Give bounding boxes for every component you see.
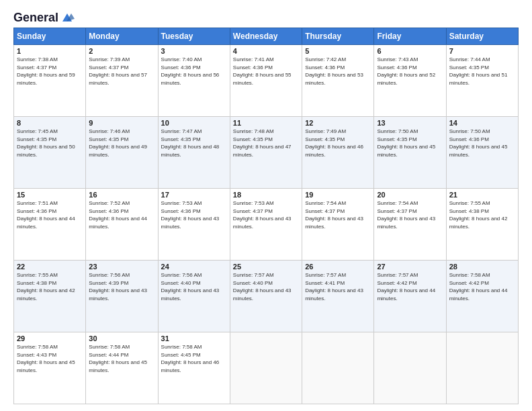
day-number: 31 [161, 334, 227, 342]
calendar-empty [374, 332, 446, 404]
calendar-day-9: 9Sunrise: 7:46 AMSunset: 4:35 PMDaylight… [86, 117, 158, 189]
calendar-day-20: 20Sunrise: 7:54 AMSunset: 4:37 PMDayligh… [374, 189, 446, 261]
day-number: 16 [89, 191, 154, 199]
logo: General [13, 11, 75, 22]
col-header-tuesday: Tuesday [158, 28, 230, 45]
day-number: 7 [449, 47, 515, 55]
calendar-week-4: 22Sunrise: 7:55 AMSunset: 4:38 PMDayligh… [14, 261, 519, 332]
day-number: 21 [449, 191, 515, 199]
day-info: Sunrise: 7:42 AMSunset: 4:36 PMDaylight:… [305, 56, 371, 87]
calendar-day-17: 17Sunrise: 7:53 AMSunset: 4:36 PMDayligh… [158, 189, 230, 261]
calendar-day-19: 19Sunrise: 7:54 AMSunset: 4:37 PMDayligh… [302, 189, 374, 261]
calendar-day-22: 22Sunrise: 7:55 AMSunset: 4:38 PMDayligh… [14, 261, 86, 332]
calendar-week-3: 15Sunrise: 7:51 AMSunset: 4:36 PMDayligh… [14, 189, 519, 261]
calendar-day-6: 6Sunrise: 7:43 AMSunset: 4:36 PMDaylight… [374, 45, 446, 117]
page: General SundayMondayTuesdayWednesdayThur… [0, 0, 532, 411]
day-info: Sunrise: 7:47 AMSunset: 4:35 PMDaylight:… [161, 128, 227, 158]
day-info: Sunrise: 7:50 AMSunset: 4:36 PMDaylight:… [449, 128, 515, 158]
calendar-day-12: 12Sunrise: 7:49 AMSunset: 4:35 PMDayligh… [302, 117, 374, 189]
day-number: 9 [89, 119, 154, 127]
day-number: 20 [377, 191, 443, 199]
day-info: Sunrise: 7:52 AMSunset: 4:36 PMDaylight:… [89, 199, 154, 230]
calendar-empty [302, 332, 374, 404]
calendar-day-28: 28Sunrise: 7:58 AMSunset: 4:42 PMDayligh… [446, 261, 518, 332]
day-info: Sunrise: 7:54 AMSunset: 4:37 PMDaylight:… [305, 199, 371, 230]
day-info: Sunrise: 7:43 AMSunset: 4:36 PMDaylight:… [377, 56, 443, 87]
logo-general: General [13, 11, 58, 25]
day-number: 10 [161, 119, 227, 127]
calendar-empty [230, 332, 302, 404]
day-number: 6 [377, 47, 443, 55]
day-number: 1 [17, 47, 83, 55]
day-number: 24 [161, 263, 227, 271]
col-header-monday: Monday [86, 28, 158, 45]
day-info: Sunrise: 7:41 AMSunset: 4:36 PMDaylight:… [233, 56, 299, 87]
col-header-friday: Friday [374, 28, 446, 45]
day-info: Sunrise: 7:56 AMSunset: 4:39 PMDaylight:… [89, 271, 154, 302]
calendar-empty [446, 332, 518, 404]
header: General [13, 11, 519, 22]
day-info: Sunrise: 7:51 AMSunset: 4:36 PMDaylight:… [17, 199, 83, 230]
day-info: Sunrise: 7:57 AMSunset: 4:42 PMDaylight:… [377, 271, 443, 302]
col-header-thursday: Thursday [302, 28, 374, 45]
day-number: 19 [305, 191, 371, 199]
calendar-day-25: 25Sunrise: 7:57 AMSunset: 4:40 PMDayligh… [230, 261, 302, 332]
day-info: Sunrise: 7:58 AMSunset: 4:43 PMDaylight:… [17, 343, 83, 374]
calendar-day-10: 10Sunrise: 7:47 AMSunset: 4:35 PMDayligh… [158, 117, 230, 189]
day-number: 12 [305, 119, 371, 127]
calendar-day-31: 31Sunrise: 7:58 AMSunset: 4:45 PMDayligh… [158, 332, 230, 404]
day-number: 26 [305, 263, 371, 271]
day-info: Sunrise: 7:46 AMSunset: 4:35 PMDaylight:… [89, 128, 154, 158]
col-header-sunday: Sunday [14, 28, 86, 45]
day-number: 29 [17, 334, 83, 342]
day-info: Sunrise: 7:40 AMSunset: 4:36 PMDaylight:… [161, 56, 227, 87]
day-info: Sunrise: 7:38 AMSunset: 4:37 PMDaylight:… [17, 56, 83, 87]
day-number: 13 [377, 119, 443, 127]
day-info: Sunrise: 7:55 AMSunset: 4:38 PMDaylight:… [17, 271, 83, 302]
day-info: Sunrise: 7:56 AMSunset: 4:40 PMDaylight:… [161, 271, 227, 302]
day-number: 18 [233, 191, 299, 199]
calendar-week-1: 1Sunrise: 7:38 AMSunset: 4:37 PMDaylight… [14, 45, 519, 117]
day-number: 4 [233, 47, 299, 55]
day-number: 23 [89, 263, 154, 271]
calendar-day-26: 26Sunrise: 7:57 AMSunset: 4:41 PMDayligh… [302, 261, 374, 332]
day-info: Sunrise: 7:49 AMSunset: 4:35 PMDaylight:… [305, 128, 371, 158]
calendar-day-2: 2Sunrise: 7:39 AMSunset: 4:37 PMDaylight… [86, 45, 158, 117]
calendar-week-2: 8Sunrise: 7:45 AMSunset: 4:35 PMDaylight… [14, 117, 519, 189]
calendar-header-row: SundayMondayTuesdayWednesdayThursdayFrid… [14, 28, 519, 45]
day-info: Sunrise: 7:58 AMSunset: 4:44 PMDaylight:… [89, 343, 154, 374]
calendar-day-8: 8Sunrise: 7:45 AMSunset: 4:35 PMDaylight… [14, 117, 86, 189]
day-info: Sunrise: 7:53 AMSunset: 4:36 PMDaylight:… [161, 199, 227, 230]
logo-icon [60, 12, 75, 24]
calendar-day-21: 21Sunrise: 7:55 AMSunset: 4:38 PMDayligh… [446, 189, 518, 261]
day-number: 11 [233, 119, 299, 127]
col-header-saturday: Saturday [446, 28, 518, 45]
day-info: Sunrise: 7:55 AMSunset: 4:38 PMDaylight:… [449, 199, 515, 230]
col-header-wednesday: Wednesday [230, 28, 302, 45]
calendar-day-11: 11Sunrise: 7:48 AMSunset: 4:35 PMDayligh… [230, 117, 302, 189]
calendar-day-5: 5Sunrise: 7:42 AMSunset: 4:36 PMDaylight… [302, 45, 374, 117]
day-info: Sunrise: 7:58 AMSunset: 4:42 PMDaylight:… [449, 271, 515, 302]
day-number: 25 [233, 263, 299, 271]
day-number: 8 [17, 119, 83, 127]
calendar-day-13: 13Sunrise: 7:50 AMSunset: 4:35 PMDayligh… [374, 117, 446, 189]
day-info: Sunrise: 7:45 AMSunset: 4:35 PMDaylight:… [17, 128, 83, 158]
calendar-day-7: 7Sunrise: 7:44 AMSunset: 4:35 PMDaylight… [446, 45, 518, 117]
calendar-day-4: 4Sunrise: 7:41 AMSunset: 4:36 PMDaylight… [230, 45, 302, 117]
day-number: 17 [161, 191, 227, 199]
day-info: Sunrise: 7:53 AMSunset: 4:37 PMDaylight:… [233, 199, 299, 230]
calendar-day-30: 30Sunrise: 7:58 AMSunset: 4:44 PMDayligh… [86, 332, 158, 404]
day-info: Sunrise: 7:58 AMSunset: 4:45 PMDaylight:… [161, 343, 227, 374]
day-info: Sunrise: 7:54 AMSunset: 4:37 PMDaylight:… [377, 199, 443, 230]
day-number: 14 [449, 119, 515, 127]
day-info: Sunrise: 7:44 AMSunset: 4:35 PMDaylight:… [449, 56, 515, 87]
calendar-day-3: 3Sunrise: 7:40 AMSunset: 4:36 PMDaylight… [158, 45, 230, 117]
calendar-day-15: 15Sunrise: 7:51 AMSunset: 4:36 PMDayligh… [14, 189, 86, 261]
calendar-day-1: 1Sunrise: 7:38 AMSunset: 4:37 PMDaylight… [14, 45, 86, 117]
day-info: Sunrise: 7:39 AMSunset: 4:37 PMDaylight:… [89, 56, 154, 87]
day-info: Sunrise: 7:57 AMSunset: 4:41 PMDaylight:… [305, 271, 371, 302]
calendar-day-24: 24Sunrise: 7:56 AMSunset: 4:40 PMDayligh… [158, 261, 230, 332]
calendar-day-18: 18Sunrise: 7:53 AMSunset: 4:37 PMDayligh… [230, 189, 302, 261]
day-info: Sunrise: 7:48 AMSunset: 4:35 PMDaylight:… [233, 128, 299, 158]
calendar-day-16: 16Sunrise: 7:52 AMSunset: 4:36 PMDayligh… [86, 189, 158, 261]
